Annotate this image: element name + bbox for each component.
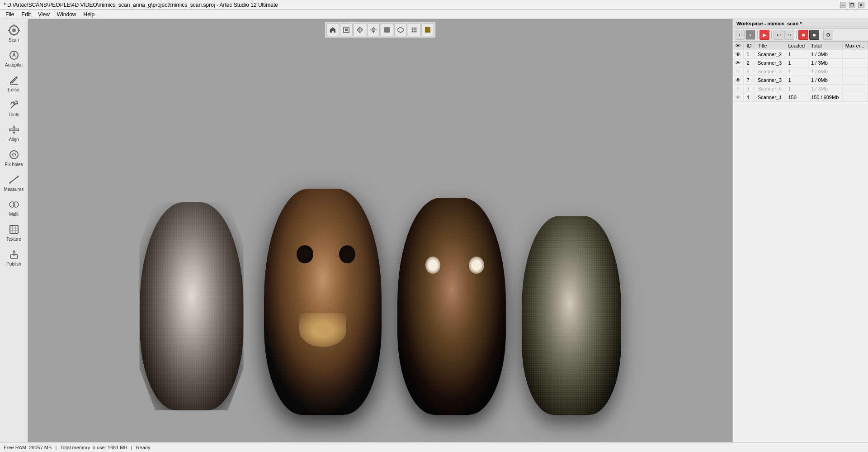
table-row[interactable]: 👁 3 Scanner_6 1 1 / 3Mb <box>733 85 868 93</box>
row-title: Scanner_3 <box>755 59 785 67</box>
color-button[interactable]: ▪ <box>745 30 755 40</box>
points-mode-button[interactable] <box>408 24 420 36</box>
solid-mode-button[interactable] <box>381 24 393 36</box>
publish-icon <box>8 248 20 261</box>
row-title: Scanner_3 <box>755 76 785 85</box>
svg-point-1 <box>12 29 16 32</box>
sidebar-item-tools[interactable]: Tools <box>1 96 27 120</box>
sidebar-item-publish[interactable]: Publish <box>1 245 27 269</box>
window-controls: ─ ❐ ✕ <box>840 2 864 8</box>
sidebar-item-align[interactable]: Align <box>1 121 27 145</box>
status-bar: Free RAM: 29057 MB | Total memory in use… <box>0 442 868 452</box>
scan-label: Scan <box>9 38 19 43</box>
toolbar-divider-4 <box>821 31 821 39</box>
svg-point-45 <box>414 29 415 31</box>
row-eye: 👁 <box>733 59 744 67</box>
texture-icon <box>8 223 20 236</box>
undo-button[interactable]: ↩ <box>774 30 783 40</box>
fit-view-button[interactable] <box>340 24 353 36</box>
sidebar-item-fix-holes[interactable]: Fix holes <box>1 146 27 170</box>
svg-point-18 <box>9 182 11 184</box>
row-loaded: 150 <box>785 93 808 102</box>
sidebar-item-autopilot[interactable]: Autopilot <box>1 46 27 70</box>
row-eye: 👁 <box>733 67 744 76</box>
sidebar-item-texture[interactable]: Texture <box>1 220 27 244</box>
row-loaded: 1 <box>785 85 808 93</box>
svg-point-42 <box>414 28 415 29</box>
table-row[interactable]: 👁 2 Scanner_3 1 1 / 3Mb <box>733 59 868 67</box>
row-total: 1 / 0Mb <box>808 76 843 85</box>
multi-icon <box>8 198 20 211</box>
wire-mode-button[interactable] <box>394 24 407 36</box>
minimize-button[interactable]: ─ <box>840 2 846 8</box>
status-text: Ready <box>136 445 151 450</box>
row-total: 1 / 3Mb <box>808 59 843 67</box>
close-button[interactable]: ✕ <box>858 2 864 8</box>
gear-button[interactable]: ⚙ <box>823 30 833 40</box>
row-title: Scanner_1 <box>755 93 785 102</box>
menu-file[interactable]: File <box>2 10 18 19</box>
align-icon <box>8 124 20 136</box>
menu-view[interactable]: View <box>34 10 53 19</box>
row-maxerr <box>842 76 868 85</box>
menu-window[interactable]: Window <box>53 10 80 19</box>
menu-edit[interactable]: Edit <box>18 10 34 19</box>
row-maxerr <box>842 67 868 76</box>
sidebar-item-measures[interactable]: Measures <box>1 171 27 195</box>
free-ram-text: Free RAM: 29057 MB <box>4 445 52 450</box>
face-scan-4 <box>517 216 626 424</box>
add-item-button[interactable]: + <box>735 30 745 40</box>
row-maxerr <box>842 93 868 102</box>
svg-point-48 <box>414 31 415 33</box>
face-scan-2 <box>259 189 386 424</box>
toolbar-divider-2 <box>771 31 772 39</box>
table-row[interactable]: 👁 4 Scanner_1 150 150 / 609Mb <box>733 93 868 102</box>
workspace-header: Workspace - mimics_scan * <box>733 19 868 29</box>
home-view-button[interactable] <box>326 24 339 36</box>
svg-point-44 <box>412 29 413 31</box>
col-loaded: Loaded <box>785 42 808 50</box>
row-loaded: 1 <box>785 76 808 85</box>
dark-button[interactable]: ■ <box>809 30 819 40</box>
menu-help[interactable]: Help <box>80 10 99 19</box>
red-square-button[interactable]: ■ <box>798 30 808 40</box>
face-scan-1 <box>135 202 253 424</box>
table-row[interactable]: 👁 1 Scanner_2 1 1 / 3Mb <box>733 50 868 59</box>
row-id: 5 <box>744 67 755 76</box>
svg-point-35 <box>372 28 375 32</box>
scan-icon <box>8 24 20 37</box>
row-id: 3 <box>744 85 755 93</box>
measures-label: Measures <box>4 187 24 192</box>
viewport[interactable] <box>28 19 732 442</box>
row-id: 7 <box>744 76 755 85</box>
title-bar: * D:\Artec\SCANS\PEOPLE\4D VIDEO\mimics_… <box>0 0 868 10</box>
row-loaded: 1 <box>785 59 808 67</box>
row-eye: 👁 <box>733 93 744 102</box>
toolbar-divider-1 <box>757 31 758 39</box>
editor-icon <box>8 74 20 86</box>
tools-icon <box>8 99 20 111</box>
light-button[interactable] <box>367 24 380 36</box>
svg-point-47 <box>412 31 413 33</box>
texture-mode-button[interactable] <box>421 24 434 36</box>
table-row[interactable]: 👁 5 Scanner_2 1 1 / 0Mb <box>733 67 868 76</box>
front-view-button[interactable] <box>354 24 366 36</box>
left-sidebar: Scan Autopilot Editor <box>0 19 28 442</box>
sidebar-item-editor[interactable]: Editor <box>1 71 27 95</box>
sidebar-item-multi[interactable]: Multi <box>1 195 27 219</box>
editor-label: Editor <box>8 87 19 92</box>
row-maxerr <box>842 85 868 93</box>
sidebar-item-scan[interactable]: Scan <box>1 21 27 45</box>
row-title: Scanner_2 <box>755 67 785 76</box>
restore-button[interactable]: ❐ <box>849 2 855 8</box>
action-button[interactable]: ▶ <box>760 30 769 40</box>
row-title: Scanner_2 <box>755 50 785 59</box>
autopilot-label: Autopilot <box>5 62 23 67</box>
workspace-title: Workspace - mimics_scan * <box>736 21 802 26</box>
fix-holes-icon <box>8 148 20 161</box>
svg-rect-40 <box>384 27 390 33</box>
svg-marker-29 <box>12 250 16 252</box>
table-row[interactable]: 👁 7 Scanner_3 1 1 / 0Mb <box>733 76 868 85</box>
svg-marker-12 <box>13 132 15 134</box>
redo-button[interactable]: ↪ <box>784 30 794 40</box>
